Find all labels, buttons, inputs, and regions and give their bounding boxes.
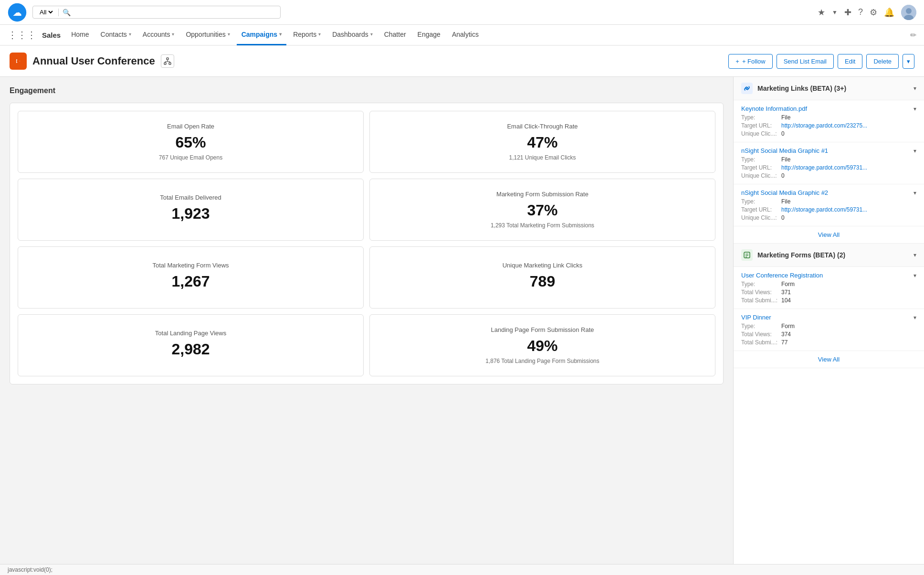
marketing-links-collapse-icon[interactable]: ▾ <box>914 85 916 92</box>
brand-label: Sales <box>42 31 61 39</box>
salesforce-logo[interactable]: ☁ <box>8 3 27 22</box>
nav-item-chatter[interactable]: Chatter <box>379 24 411 45</box>
link1-clicks-label: Unique Clic...: <box>741 130 779 137</box>
link3-expand-icon[interactable]: ▾ <box>914 190 916 196</box>
nav-item-campaigns[interactable]: Campaigns ▾ <box>237 24 286 45</box>
nav-edit-icon[interactable]: ✏ <box>910 31 916 40</box>
notifications-icon[interactable]: 🔔 <box>884 7 894 18</box>
campaign-icon <box>10 53 27 70</box>
form1-views-label: Total Views: <box>741 289 779 296</box>
marketing-link-item-1: Keynote Information.pdf ▾ Type: File Tar… <box>734 100 924 142</box>
nav-label-analytics: Analytics <box>452 31 479 38</box>
marketing-links-title: Marketing Links (BETA) (3+) <box>757 85 909 92</box>
metric-label-form-submission-rate: Marketing Form Submission Rate <box>496 191 588 198</box>
marketing-form-item-2: VIP Dinner ▾ Type: Form Total Views: 374… <box>734 309 924 351</box>
favorites-icon[interactable]: ★ <box>818 7 825 18</box>
metric-sub-form-submission-rate: 1,293 Total Marketing Form Submissions <box>491 222 594 229</box>
engagement-section: Engagement Email Open Rate 65% 767 Uniqu… <box>10 86 724 384</box>
nav-item-accounts[interactable]: Accounts ▾ <box>138 24 179 45</box>
link2-clicks-value: 0 <box>781 172 785 179</box>
metric-landing-form-rate: Landing Page Form Submission Rate 49% 1,… <box>369 314 715 376</box>
link2-url-value[interactable]: http://storage.pardot.com/59731... <box>781 164 867 171</box>
nav-label-engage: Engage <box>418 31 441 38</box>
metric-form-views: Total Marketing Form Views 1,267 <box>18 246 364 309</box>
metric-value-landing-form-rate: 49% <box>527 337 557 355</box>
top-right-actions: ★ ▼ ✚ ? ⚙ 🔔 <box>818 5 916 20</box>
top-navigation-bar: ☁ All 🔍 ann ★ ▼ ✚ ? ⚙ 🔔 <box>0 0 924 25</box>
link1-type-label: Type: <box>741 114 779 121</box>
metric-value-form-submission-rate: 37% <box>527 202 557 219</box>
app-launcher-icon[interactable]: ⋮⋮⋮ <box>8 29 36 41</box>
chevron-contacts-icon: ▾ <box>129 32 131 37</box>
send-list-email-button[interactable]: Send List Email <box>777 54 834 69</box>
search-scope-select[interactable]: All <box>38 8 54 16</box>
marketing-forms-icon <box>741 249 753 261</box>
metric-link-clicks: Unique Marketing Link Clicks 789 <box>369 246 715 309</box>
link1-url-value[interactable]: http://storage.pardot.com/23275... <box>781 122 867 129</box>
marketing-link-name-1[interactable]: Keynote Information.pdf ▾ <box>741 105 916 112</box>
search-icon: 🔍 <box>63 9 71 16</box>
nav-item-opportunities[interactable]: Opportunities ▾ <box>181 24 234 45</box>
form1-expand-icon[interactable]: ▾ <box>914 272 916 279</box>
add-icon[interactable]: ✚ <box>844 7 851 18</box>
form2-views-label: Total Views: <box>741 331 779 338</box>
help-icon[interactable]: ? <box>858 7 863 17</box>
link2-expand-icon[interactable]: ▾ <box>914 148 916 154</box>
link3-url-value[interactable]: http://storage.pardot.com/59731... <box>781 206 867 213</box>
header-actions: + + Follow Send List Email Edit Delete ▾ <box>728 54 914 69</box>
hierarchy-button[interactable] <box>161 54 174 68</box>
metric-label-link-clicks: Unique Marketing Link Clicks <box>503 262 583 269</box>
link3-type-label: Type: <box>741 198 779 205</box>
marketing-link-name-3[interactable]: nSight Social Media Graphic #2 ▾ <box>741 189 916 196</box>
form1-subs-label: Total Submi...: <box>741 297 779 304</box>
engagement-title: Engagement <box>10 86 724 95</box>
marketing-forms-view-all[interactable]: View All <box>734 351 924 368</box>
link2-type-value: File <box>781 156 790 163</box>
main-layout: Engagement Email Open Rate 65% 767 Uniqu… <box>0 77 924 575</box>
marketing-link-name-2[interactable]: nSight Social Media Graphic #1 ▾ <box>741 147 916 154</box>
svg-point-3 <box>906 8 912 14</box>
metric-value-email-ctr: 47% <box>527 134 557 151</box>
nav-item-reports[interactable]: Reports ▾ <box>288 24 326 45</box>
metric-label-total-emails: Total Emails Delivered <box>160 194 221 201</box>
delete-button[interactable]: Delete <box>866 54 899 69</box>
marketing-links-view-all[interactable]: View All <box>734 226 924 243</box>
metric-form-submission-rate: Marketing Form Submission Rate 37% 1,293… <box>369 179 715 241</box>
edit-button[interactable]: Edit <box>838 54 862 69</box>
form2-expand-icon[interactable]: ▾ <box>914 314 916 321</box>
metric-label-landing-page-views: Total Landing Page Views <box>155 330 226 337</box>
nav-item-engage[interactable]: Engage <box>413 24 445 45</box>
metric-value-landing-page-views: 2,982 <box>171 341 210 358</box>
nav-item-contacts[interactable]: Contacts ▾ <box>96 24 136 45</box>
metric-value-email-open-rate: 65% <box>175 134 206 151</box>
nav-label-reports: Reports <box>293 31 316 38</box>
marketing-form-item-1: User Conference Registration ▾ Type: For… <box>734 267 924 309</box>
nav-item-home[interactable]: Home <box>66 24 94 45</box>
svg-point-6 <box>17 60 20 63</box>
marketing-form-name-2[interactable]: VIP Dinner ▾ <box>741 314 916 321</box>
user-avatar[interactable] <box>901 5 916 20</box>
nav-label-chatter: Chatter <box>384 31 406 38</box>
svg-rect-8 <box>164 63 166 64</box>
marketing-form-details-1: Type: Form Total Views: 371 Total Submi.… <box>741 281 916 304</box>
link1-expand-icon[interactable]: ▾ <box>914 106 916 112</box>
metric-landing-page-views: Total Landing Page Views 2,982 <box>18 314 364 376</box>
form1-type-value: Form <box>781 281 795 288</box>
marketing-form-details-2: Type: Form Total Views: 374 Total Submi.… <box>741 323 916 346</box>
svg-rect-7 <box>167 58 168 60</box>
chevron-dashboards-icon: ▾ <box>370 32 373 37</box>
favorites-menu-icon[interactable]: ▼ <box>832 9 838 16</box>
marketing-forms-collapse-icon[interactable]: ▾ <box>914 252 916 258</box>
form2-type-label: Type: <box>741 323 779 330</box>
marketing-form-name-1[interactable]: User Conference Registration ▾ <box>741 272 916 279</box>
nav-item-dashboards[interactable]: Dashboards ▾ <box>327 24 378 45</box>
search-input[interactable]: ann <box>74 9 275 16</box>
more-actions-button[interactable]: ▾ <box>903 54 914 69</box>
chevron-opportunities-icon: ▾ <box>228 32 230 37</box>
marketing-forms-section: Marketing Forms (BETA) (2) ▾ User Confer… <box>734 244 924 368</box>
settings-icon[interactable]: ⚙ <box>870 7 877 18</box>
nav-item-analytics[interactable]: Analytics <box>447 24 483 45</box>
nav-label-home: Home <box>71 31 89 38</box>
marketing-links-header: Marketing Links (BETA) (3+) ▾ <box>734 77 924 100</box>
follow-button[interactable]: + + Follow <box>728 54 772 69</box>
